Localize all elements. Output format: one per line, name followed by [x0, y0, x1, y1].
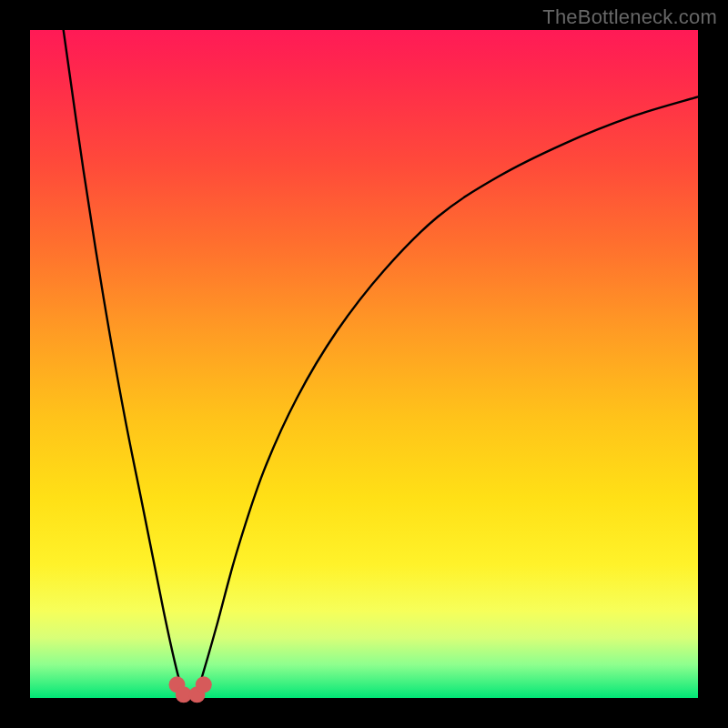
chart-frame: TheBottleneck.com: [0, 0, 728, 728]
watermark-text: TheBottleneck.com: [542, 5, 717, 29]
curve-marker: [196, 676, 212, 693]
plot-area: [30, 30, 698, 698]
bottleneck-curve: [64, 30, 698, 698]
bottleneck-curve-svg: [30, 30, 698, 698]
bottom-markers: [169, 676, 212, 703]
